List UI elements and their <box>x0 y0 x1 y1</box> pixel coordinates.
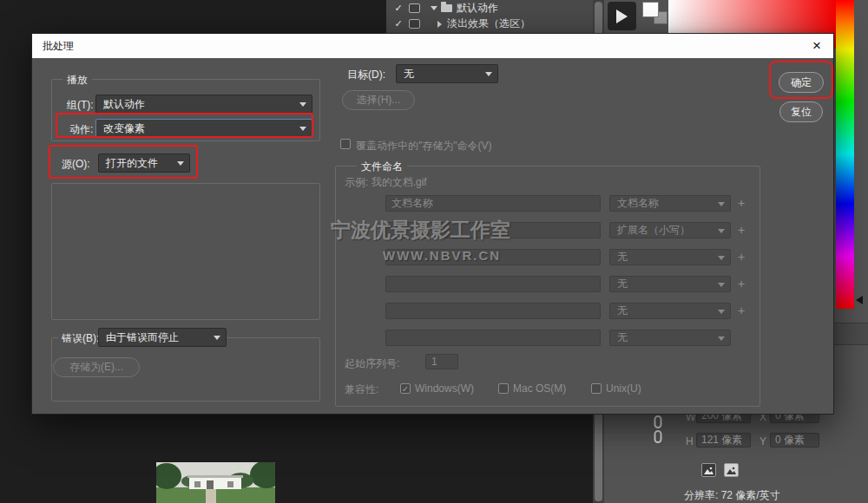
naming-row: 无 + <box>336 276 760 293</box>
action-set-select-value: 默认动作 <box>103 97 145 112</box>
check-icon: ✓ <box>391 3 405 14</box>
file-naming-legend: 文件命名 <box>357 160 407 174</box>
naming-token-value: 无 <box>617 277 628 291</box>
play-group-legend: 播放 <box>62 73 92 88</box>
folder-icon <box>441 4 452 12</box>
chevron-down-icon <box>299 102 306 107</box>
save-as-button[interactable]: 存储为(E)... <box>53 357 140 377</box>
annotation-source-select <box>49 145 198 179</box>
naming-text-input[interactable] <box>385 249 601 265</box>
height-label: H <box>686 435 694 447</box>
check-icon: ✓ <box>402 384 409 394</box>
windows-checkbox-label: Windows(W) <box>415 382 474 395</box>
plus-icon: + <box>738 250 745 264</box>
override-save-as-checkbox[interactable] <box>340 139 351 149</box>
source-options-box <box>51 183 320 320</box>
dialog-title: 批处理 <box>43 39 74 54</box>
plus-icon: + <box>738 196 745 210</box>
chevron-down-icon <box>718 229 725 233</box>
override-save-as-label: 覆盖动作中的"存储为"命令(V) <box>356 139 492 154</box>
destination-select-label: 目标(D): <box>347 68 385 82</box>
collapse-arrow-icon[interactable] <box>437 21 442 28</box>
play-icon <box>616 10 628 23</box>
batch-dialog: 批处理 × 播放 组(T): 默认动作 动作: 改变像素 源(O): 打开的文件 <box>31 33 834 415</box>
naming-token-select[interactable]: 无 <box>609 330 731 346</box>
naming-example-label: 示例: 我的文档.gif <box>345 175 427 190</box>
image-icon[interactable] <box>701 463 716 477</box>
serial-number-label: 起始序列号: <box>345 356 399 371</box>
action-set-row[interactable]: ✓ 默认动作 <box>386 1 593 16</box>
naming-text-input[interactable] <box>385 276 601 292</box>
naming-row: 无 + <box>336 249 760 266</box>
foreground-color-swatch[interactable] <box>642 2 659 17</box>
annotation-ok-button <box>769 61 833 99</box>
y-input[interactable]: 0 像素 <box>770 433 819 447</box>
document-thumbnail-image <box>156 462 275 503</box>
serial-number-value: 1 <box>431 356 437 368</box>
file-naming-group-box: 文件命名 示例: 我的文档.gif 文档名称 文档名称 + 扩展名（小写） + … <box>335 166 760 407</box>
image-frame-icon[interactable] <box>724 463 739 477</box>
expand-arrow-icon[interactable] <box>431 6 437 10</box>
naming-token-select[interactable]: 无 <box>609 249 731 265</box>
error-select-value: 由于错误而停止 <box>106 330 179 345</box>
height-value: 121 像素 <box>701 433 742 447</box>
plus-icon: + <box>738 304 745 317</box>
action-set-select-label: 组(T): <box>67 98 94 113</box>
chevron-down-icon <box>718 202 725 206</box>
reset-button[interactable]: 复位 <box>779 101 823 122</box>
unix-checkbox[interactable] <box>591 383 602 394</box>
y-value: 0 像素 <box>775 433 805 447</box>
naming-row: 无 <box>336 330 760 347</box>
action-set-label: 默认动作 <box>457 1 498 16</box>
chevron-down-icon <box>485 72 492 76</box>
naming-row: 无 + <box>336 303 760 320</box>
plus-icon: + <box>738 223 745 237</box>
annotation-action-select <box>56 113 313 138</box>
photoshop-workspace: ✓ 默认动作 ✓ 淡出效果（选区） W 200 像素 X 0 像素 H <box>0 0 868 503</box>
link-dimensions-icon[interactable] <box>653 415 663 446</box>
naming-text-input[interactable]: 文档名称 <box>385 195 601 212</box>
naming-token-value: 文档名称 <box>617 196 659 211</box>
error-select-label: 错误(B): <box>58 331 102 346</box>
dialog-toggle-icon[interactable] <box>409 19 420 29</box>
naming-text-input[interactable] <box>385 222 601 238</box>
resolution-label: 分辨率: 72 像素/英寸 <box>684 488 780 503</box>
naming-token-value: 扩展名（小写） <box>617 223 690 238</box>
action-set-select[interactable]: 默认动作 <box>95 95 312 114</box>
macos-checkbox[interactable] <box>498 383 509 394</box>
action-item-label: 淡出效果（选区） <box>447 16 530 31</box>
naming-token-select[interactable]: 无 <box>609 303 731 319</box>
chevron-down-icon <box>718 283 725 287</box>
naming-token-select[interactable]: 扩展名（小写） <box>609 222 731 238</box>
naming-token-value: 无 <box>617 250 628 265</box>
chevron-down-icon <box>718 310 725 314</box>
dialog-titlebar[interactable]: 批处理 <box>32 34 833 58</box>
destination-select-value: 无 <box>404 67 414 82</box>
actions-panel: ✓ 默认动作 ✓ 淡出效果（选区） <box>386 0 593 33</box>
naming-text-input[interactable] <box>385 303 601 319</box>
destination-select[interactable]: 无 <box>396 64 498 83</box>
choose-button[interactable]: 选择(H)... <box>342 90 415 110</box>
error-select[interactable]: 由于错误而停止 <box>98 328 227 347</box>
naming-token-value: 无 <box>617 304 628 318</box>
naming-text-input[interactable] <box>385 330 601 346</box>
action-item-row[interactable]: ✓ 淡出效果（选区） <box>386 16 593 31</box>
compatibility-label: 兼容性: <box>345 382 378 397</box>
unix-checkbox-label: Unix(U) <box>606 382 641 395</box>
chevron-down-icon <box>718 336 725 341</box>
naming-text-value: 文档名称 <box>391 196 433 211</box>
windows-checkbox[interactable]: ✓ <box>400 383 411 394</box>
naming-row: 扩展名（小写） + <box>336 222 760 239</box>
dialog-toggle-icon[interactable] <box>409 3 420 13</box>
naming-token-select[interactable]: 文档名称 <box>609 195 731 212</box>
check-icon: ✓ <box>391 18 405 29</box>
hue-slider[interactable] <box>836 0 854 309</box>
naming-token-select[interactable]: 无 <box>609 276 731 292</box>
play-action-button[interactable] <box>608 2 636 30</box>
serial-number-input[interactable]: 1 <box>425 354 458 369</box>
hue-slider-marker[interactable] <box>856 296 863 304</box>
naming-row: 文档名称 文档名称 + <box>336 195 760 212</box>
macos-checkbox-label: Mac OS(M) <box>513 382 566 395</box>
height-input[interactable]: 121 像素 <box>696 433 751 447</box>
close-icon[interactable]: × <box>807 37 826 55</box>
